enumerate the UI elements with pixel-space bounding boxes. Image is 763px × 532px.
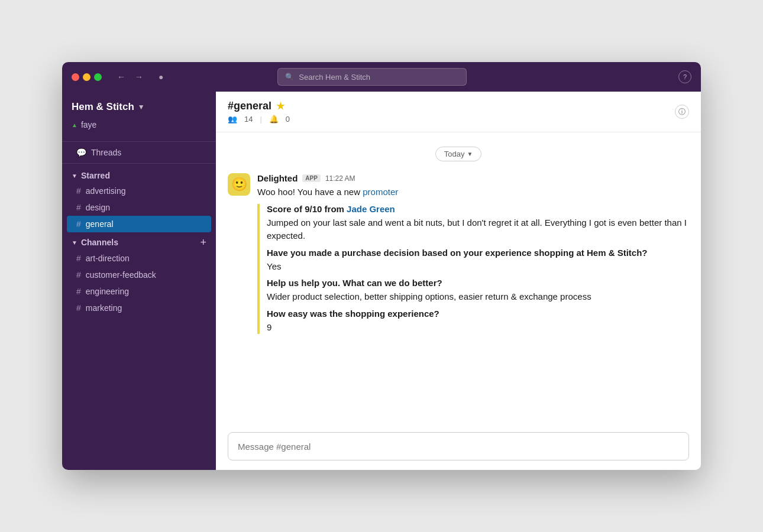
feedback-text: Jumped on your last sale and went a bit … [267, 216, 689, 243]
workspace-header[interactable]: Hem & Stitch ▼ [62, 92, 216, 118]
chat-area: #general ★ 👥 14 | 🔔 0 ⓘ Today [216, 92, 701, 470]
meta-divider: | [260, 115, 261, 124]
channel-name-general: general [86, 219, 114, 229]
sidebar-item-customer-feedback[interactable]: # customer-feedback [67, 267, 211, 283]
channel-title: #general ★ [228, 100, 290, 112]
threads-label: Threads [91, 148, 121, 157]
date-pill[interactable]: Today ▼ [435, 147, 482, 161]
hash-icon: # [76, 303, 81, 313]
jade-green-link[interactable]: Jade Green [347, 204, 395, 214]
answer-2: Wider product selection, better shipping… [267, 290, 689, 304]
app-badge: APP [302, 174, 321, 182]
status-online-icon: ▲ [72, 122, 77, 128]
answer-3: 9 [267, 321, 689, 335]
channels-section-header[interactable]: ▼ Channels + [62, 232, 216, 250]
question-2: Help us help you. What can we do better? [267, 278, 689, 288]
workspace-chevron-icon: ▼ [138, 103, 145, 111]
chat-input-container [216, 425, 701, 470]
promoter-link[interactable]: promoter [363, 187, 398, 197]
traffic-lights [72, 73, 102, 81]
sidebar-item-art-direction[interactable]: # art-direction [67, 250, 211, 267]
channel-name-engineering: engineering [86, 287, 129, 296]
channel-name-marketing: marketing [86, 303, 122, 313]
starred-section-label: Starred [81, 171, 110, 180]
minimize-button[interactable] [83, 73, 90, 81]
channel-meta: 👥 14 | 🔔 0 [228, 115, 290, 124]
close-button[interactable] [72, 73, 79, 81]
nav-arrows: ← → [114, 70, 147, 84]
sidebar-item-design[interactable]: # design [67, 199, 211, 216]
message-header: Delighted APP 11:22 AM [257, 173, 689, 183]
starred-section-header[interactable]: ▼ Starred [62, 166, 216, 183]
forward-button[interactable]: → [131, 70, 147, 84]
hash-icon: # [76, 203, 81, 212]
date-chevron-icon: ▼ [467, 151, 473, 157]
question-3: How easy was the shopping experience? [267, 309, 689, 319]
sidebar-item-general[interactable]: # general [67, 216, 211, 232]
channels-section-label: Channels [81, 238, 118, 247]
message-timestamp: 11:22 AM [325, 174, 355, 183]
sidebar-item-engineering[interactable]: # engineering [67, 283, 211, 300]
username-label: faye [81, 120, 96, 129]
message: 🙂 Delighted APP 11:22 AM Woo hoo! You ha… [228, 173, 689, 339]
date-label: Today [444, 150, 465, 158]
add-channel-button[interactable]: + [200, 237, 206, 248]
user-status[interactable]: ▲ faye [62, 118, 216, 139]
search-icon: 🔍 [285, 73, 294, 81]
sidebar-item-threads[interactable]: 💬 Threads [67, 144, 211, 161]
quote-block: Score of 9/10 from Jade Green Jumped on … [257, 204, 689, 335]
message-intro: Woo hoo! You have a new promoter [257, 186, 689, 199]
channel-name-heading: #general [228, 100, 271, 112]
channel-name-design: design [86, 203, 110, 212]
answer-1: Yes [267, 260, 689, 274]
titlebar: ← → ● 🔍 ? [62, 62, 701, 92]
help-button[interactable]: ? [678, 70, 691, 83]
chat-messages: Today ▼ 🙂 Delighted APP 11:22 AM Woo hoo… [216, 132, 701, 425]
members-icon: 👥 [228, 115, 237, 124]
sender-name: Delighted [257, 173, 298, 183]
sidebar-divider [62, 141, 216, 142]
channel-info-button[interactable]: ⓘ [675, 105, 689, 119]
notifications-icon: 🔔 [269, 115, 279, 124]
workspace-name: Hem & Stitch [72, 101, 134, 113]
starred-collapse-icon: ▼ [72, 173, 77, 179]
date-divider: Today ▼ [228, 147, 689, 161]
hash-icon: # [76, 270, 81, 280]
score-label: Score of 9/10 from Jade Green [267, 204, 689, 214]
message-input[interactable] [228, 432, 689, 460]
notifications-count: 0 [286, 115, 290, 124]
channel-name-customer-feedback: customer-feedback [86, 270, 156, 280]
channel-name-art-direction: art-direction [86, 254, 130, 263]
avatar: 🙂 [228, 173, 250, 196]
sidebar-item-advertising[interactable]: # advertising [67, 183, 211, 199]
channel-info: #general ★ 👥 14 | 🔔 0 [228, 100, 290, 124]
sidebar-item-marketing[interactable]: # marketing [67, 300, 211, 316]
sidebar-divider-2 [62, 163, 216, 164]
chat-header: #general ★ 👥 14 | 🔔 0 ⓘ [216, 92, 701, 132]
sidebar: Hem & Stitch ▼ ▲ faye 💬 Threads ▼ Starre… [62, 92, 216, 470]
hash-icon: # [76, 219, 81, 229]
star-icon[interactable]: ★ [276, 100, 284, 112]
message-content: Delighted APP 11:22 AM Woo hoo! You have… [257, 173, 689, 339]
channels-collapse-icon: ▼ [72, 239, 77, 246]
main-content: Hem & Stitch ▼ ▲ faye 💬 Threads ▼ Starre… [62, 92, 701, 470]
search-input[interactable] [299, 73, 459, 82]
maximize-button[interactable] [94, 73, 102, 81]
question-1: Have you made a purchase decision based … [267, 248, 689, 258]
members-count: 14 [244, 115, 253, 124]
hash-icon: # [76, 254, 81, 263]
search-bar[interactable]: 🔍 [277, 68, 467, 86]
hash-icon: # [76, 287, 81, 296]
score-prefix: Score of 9/10 from [267, 204, 347, 214]
app-window: ← → ● 🔍 ? Hem & Stitch ▼ ▲ faye 💬 Thread… [62, 62, 701, 470]
history-button[interactable]: ● [154, 70, 168, 84]
intro-text: Woo hoo! You have a new [257, 187, 363, 197]
threads-icon: 💬 [76, 148, 86, 157]
channel-name-advertising: advertising [86, 186, 126, 196]
back-button[interactable]: ← [114, 70, 129, 84]
hash-icon: # [76, 186, 81, 196]
